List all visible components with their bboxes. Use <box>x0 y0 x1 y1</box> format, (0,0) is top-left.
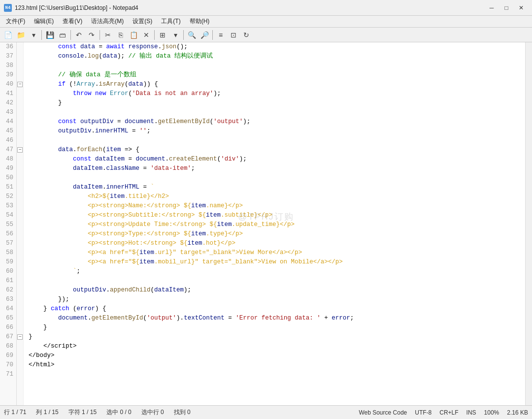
toolbar-macro[interactable]: ⊞ <box>157 29 168 41</box>
menu-settings[interactable]: 设置(S) <box>129 16 156 27</box>
code-line: } <box>29 98 525 108</box>
toolbar-bookmark[interactable]: ⊡ <box>228 29 239 41</box>
code-line <box>29 276 525 286</box>
code-line: if (!Array.isArray(data)) { <box>29 80 525 89</box>
status-encoding: UTF-8 <box>415 409 432 416</box>
code-line <box>29 108 525 117</box>
window-controls: ─ □ ✕ <box>485 3 528 13</box>
toolbar-macro-dropdown[interactable]: ▾ <box>169 29 181 41</box>
code-line: data.forEach(item => { <box>29 145 525 155</box>
menu-tools[interactable]: 工具(T) <box>157 16 184 27</box>
code-line: <p><strong>Update Time:</strong> ${item.… <box>29 220 525 229</box>
window-title: 123.html [C:\Users\Bug11\Desktop] - Note… <box>15 4 138 11</box>
code-line: throw new Error('Data is not an array'); <box>29 89 525 98</box>
title-bar-left: N4 123.html [C:\Users\Bug11\Desktop] - N… <box>4 4 138 12</box>
toolbar-cut[interactable]: ✂ <box>102 29 114 41</box>
app-icon: N4 <box>4 4 12 12</box>
toolbar-open[interactable]: 📁 <box>15 29 27 41</box>
code-line: </body> <box>29 351 525 360</box>
lines-container: 3637383940414243444546474849505152535455… <box>0 42 525 405</box>
status-zoom: 100% <box>484 409 499 416</box>
toolbar-new[interactable]: 📄 <box>2 29 14 41</box>
status-column: 列 1 / 15 <box>36 408 58 417</box>
code-line: dataItem.className = 'data-item'; <box>29 164 525 173</box>
toolbar-copy[interactable]: ⎘ <box>115 29 127 41</box>
code-line: dataItem.innerHTML = ` <box>29 183 525 192</box>
code-line: <h2>${item.title}</h2> <box>29 192 525 201</box>
menu-view[interactable]: 查看(V) <box>59 16 86 27</box>
code-line: console.log(data); // 输出 data 结构以便调试 <box>29 52 525 61</box>
toolbar-reload[interactable]: ↻ <box>240 29 252 41</box>
code-line <box>29 136 525 145</box>
code-line: <p><strong>Subtitle:</strong> ${item.sub… <box>29 211 525 220</box>
menu-help[interactable]: 帮助(H) <box>186 16 214 27</box>
status-mode: INS <box>466 409 476 416</box>
code-area[interactable]: 3637383940414243444546474849505152535455… <box>0 42 532 405</box>
toolbar-sep2 <box>70 30 71 40</box>
code-line: document.getElementById('output').textCo… <box>29 314 525 323</box>
close-button[interactable]: ✕ <box>514 3 528 13</box>
code-line: const data = await response.json(); <box>29 42 525 52</box>
status-right: Web Source Code UTF-8 CR+LF INS 100% 2.1… <box>359 409 528 416</box>
code-line: outputDiv.innerHTML = ''; <box>29 127 525 136</box>
toolbar-sep4 <box>154 30 155 40</box>
toolbar-sep6 <box>212 30 213 40</box>
code-line: <p><a href="${item.url}" target="_blank"… <box>29 248 525 258</box>
code-line: <p><a href="${item.mobil_url}" target="_… <box>29 258 525 267</box>
title-bar: N4 123.html [C:\Users\Bug11\Desktop] - N… <box>0 0 532 16</box>
toolbar-dropdown1[interactable]: ▾ <box>28 29 39 41</box>
toolbar-find[interactable]: 🔍 <box>186 29 198 41</box>
status-bar: 行 1 / 71 列 1 / 15 字符 1 / 15 选中 0 / 0 选中行… <box>0 405 532 419</box>
toolbar-undo[interactable]: ↶ <box>73 29 85 41</box>
code-line: const outputDiv = document.getElementByI… <box>29 117 525 127</box>
status-position: 行 1 / 71 <box>4 408 26 417</box>
toolbar-sep1 <box>41 30 42 40</box>
toolbar-findnext[interactable]: 🔎 <box>199 29 210 41</box>
menu-file[interactable]: 文件(F) <box>2 16 29 27</box>
toolbar-wrap[interactable]: ≡ <box>215 29 227 41</box>
code-line: </script> <box>29 342 525 351</box>
menu-bar: 文件(F) 编辑(E) 查看(V) 语法高亮(M) 设置(S) 工具(T) 帮助… <box>0 16 532 28</box>
code-line: <p><strong>Hot:</strong> ${item.hot}</p> <box>29 239 525 248</box>
code-line: } catch (error) { <box>29 304 525 314</box>
status-filesize: 2.16 KB <box>507 409 528 416</box>
code-line: }); <box>29 295 525 304</box>
status-chars: 字符 1 / 15 <box>68 408 97 417</box>
code-line: </html> <box>29 360 525 370</box>
code-line: } <box>29 332 525 342</box>
maximize-button[interactable]: □ <box>499 3 513 13</box>
status-find: 找到 0 <box>174 408 191 417</box>
toolbar-save[interactable]: 💾 <box>44 29 56 41</box>
code-line: const dataItem = document.createElement(… <box>29 155 525 164</box>
code-line: <p><strong>Name:</strong> ${item.name}</… <box>29 201 525 211</box>
code-line: } <box>29 323 525 332</box>
code-line <box>29 61 525 70</box>
vertical-scrollbar[interactable] <box>525 42 532 405</box>
code-line: <p><strong>Type:</strong> ${item.type}</… <box>29 229 525 239</box>
code-line: outputDiv.appendChild(dataItem); <box>29 286 525 295</box>
toolbar-redo[interactable]: ↷ <box>86 29 98 41</box>
toolbar: 📄 📁 ▾ 💾 🗃 ↶ ↷ ✂ ⎘ 📋 ✕ ⊞ ▾ 🔍 🔎 ≡ ⊡ ↻ <box>0 28 532 42</box>
code-line: // 确保 data 是一个数组 <box>29 70 525 80</box>
toolbar-paste[interactable]: 📋 <box>128 29 139 41</box>
status-lineending: CR+LF <box>439 409 458 416</box>
fold-markers: −−− <box>17 42 24 405</box>
editor-container: 3637383940414243444546474849505152535455… <box>0 42 532 405</box>
status-selection: 选中 0 / 0 <box>106 408 132 417</box>
code-line: `; <box>29 267 525 276</box>
code-content[interactable]: const data = await response.json(); cons… <box>24 42 525 405</box>
code-line <box>29 370 525 379</box>
status-selected-lines: 选中行 0 <box>141 408 164 417</box>
toolbar-sep5 <box>183 30 184 40</box>
code-line <box>29 173 525 183</box>
minimize-button[interactable]: ─ <box>485 3 499 13</box>
toolbar-delete[interactable]: ✕ <box>140 29 152 41</box>
toolbar-saveall[interactable]: 🗃 <box>57 29 68 41</box>
toolbar-sep3 <box>100 30 100 40</box>
menu-syntax[interactable]: 语法高亮(M) <box>87 16 128 27</box>
line-numbers: 3637383940414243444546474849505152535455… <box>0 42 17 405</box>
status-filetype: Web Source Code <box>359 409 407 416</box>
menu-edit[interactable]: 编辑(E) <box>30 16 58 27</box>
